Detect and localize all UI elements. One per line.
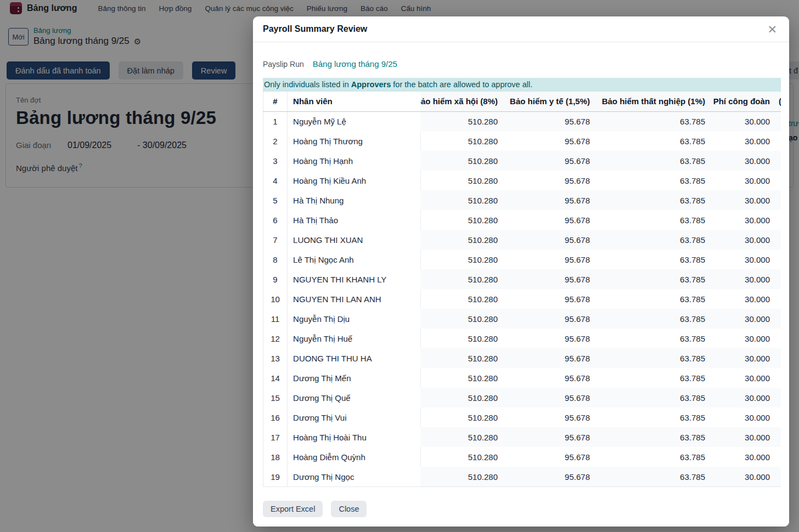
amount-cell	[770, 190, 781, 210]
amount-cell: 63.785	[590, 131, 705, 151]
employee-name: Hà Thị Thảo	[288, 210, 420, 230]
column-header: Bảo hiểm xã hội (8%)	[420, 92, 498, 111]
table-row: 510.28095.67863.78530.000	[420, 348, 781, 368]
employee-name: Nguyễn Thị Huế	[288, 329, 420, 348]
payslip-run-link[interactable]: Bảng lương tháng 9/25	[313, 59, 397, 69]
amount-cell: 510.280	[420, 348, 498, 368]
amount-cell: 63.785	[590, 190, 705, 210]
amount-cell: 510.280	[420, 190, 498, 210]
amount-cell: 63.785	[590, 210, 705, 230]
amount-cell: 510.280	[420, 171, 498, 190]
amount-cell: 510.280	[420, 408, 498, 427]
table-row: 510.28095.67863.78530.000	[420, 111, 781, 131]
amount-cell	[770, 250, 781, 269]
banner-bold-text: Approvers	[351, 80, 391, 89]
amount-cell: 510.280	[420, 467, 498, 486]
row-index: 11	[263, 309, 288, 329]
employee-name: Nguyễn Thị Dịu	[288, 309, 420, 329]
amount-cell: 95.678	[498, 131, 590, 151]
column-header: Phí công đoàn	[705, 92, 770, 111]
banner-text: for the batch are allowed to approve all…	[391, 80, 532, 89]
amount-cell: 95.678	[498, 111, 590, 131]
amount-cell: 30.000	[705, 111, 770, 131]
amount-cell: 30.000	[705, 309, 770, 329]
amount-cell	[770, 427, 781, 447]
table-row: 510.28095.67863.78530.000	[420, 190, 781, 210]
row-index: 6	[263, 210, 288, 230]
amount-cell: 95.678	[498, 171, 590, 190]
amount-cell: 63.785	[590, 309, 705, 329]
amount-cell: 30.000	[705, 151, 770, 171]
table-row: 8Lê Thị Ngọc Anh	[263, 250, 421, 269]
table-row: 510.28095.67863.78530.000	[420, 388, 781, 408]
amount-cell: 95.678	[498, 388, 590, 408]
export-excel-button[interactable]: Export Excel	[263, 501, 323, 517]
row-index: 19	[263, 467, 288, 486]
row-index: 8	[263, 250, 288, 269]
table-row: 510.28095.67863.78530.000	[420, 230, 781, 250]
table-row: 11Nguyễn Thị Dịu	[263, 309, 421, 329]
amount-cell: 30.000	[705, 388, 770, 408]
amount-cell: 95.678	[498, 190, 590, 210]
employee-name: Hoàng Diễm Quỳnh	[288, 447, 420, 467]
table-row: 16Dương Thị Vui	[263, 408, 421, 427]
amount-cell	[770, 151, 781, 171]
amount-cell: 30.000	[705, 230, 770, 250]
amount-cell: 510.280	[420, 151, 498, 171]
table-row: 15Dương Thị Quế	[263, 388, 421, 408]
amount-cell: 95.678	[498, 250, 590, 269]
payslip-run-label: Payslip Run	[263, 60, 304, 69]
column-header: Nhân viên	[288, 92, 420, 111]
amount-cell: 30.000	[705, 467, 770, 486]
amount-cell	[770, 131, 781, 151]
amount-cell: 510.280	[420, 289, 498, 309]
employee-name: Hoàng Thị Thương	[288, 131, 420, 151]
employee-name: NGUYEN THI KHANH LY	[288, 269, 420, 289]
column-header: #	[263, 92, 288, 111]
employee-name: Dương Thị Vui	[288, 408, 420, 427]
modal-body: Payslip Run Bảng lương tháng 9/25 Only i…	[253, 59, 789, 487]
employee-name: Hoàng Thị Hoài Thu	[288, 427, 420, 447]
employee-name: Dương Thị Mến	[288, 368, 420, 388]
table-scroll-area[interactable]: Bảo hiểm xã hội (8%)Bảo hiểm y tế (1,5%)…	[420, 92, 781, 486]
amount-cell	[770, 171, 781, 190]
amount-cell: 95.678	[498, 447, 590, 467]
approvers-info-banner: Only individuals listed in Approvers for…	[263, 78, 781, 92]
table-row: 5Hà Thị Nhung	[263, 190, 421, 210]
amount-cell: 510.280	[420, 388, 498, 408]
amount-cell: 95.678	[498, 230, 590, 250]
column-header: (	[770, 92, 781, 111]
amount-cell	[770, 467, 781, 486]
table-row: 6Hà Thị Thảo	[263, 210, 421, 230]
employee-name: Hoàng Thị Hạnh	[288, 151, 420, 171]
amount-cell: 95.678	[498, 467, 590, 486]
row-index: 12	[263, 329, 288, 348]
amount-cell	[770, 388, 781, 408]
amount-cell	[770, 447, 781, 467]
amount-cell	[770, 230, 781, 250]
table-bottom-border	[263, 486, 781, 487]
amount-cell: 63.785	[590, 171, 705, 190]
table-row: 14Dương Thị Mến	[263, 368, 421, 388]
table-row: 7LUONG THI XUAN	[263, 230, 421, 250]
payroll-summary-table: #Nhân viên 1Nguyễn Mỹ Lệ2Hoàng Thị Thươn…	[263, 92, 781, 486]
amount-cell	[770, 289, 781, 309]
close-button[interactable]: Close	[331, 501, 367, 517]
amount-cell: 63.785	[590, 408, 705, 427]
amount-cell	[770, 408, 781, 427]
amount-cell	[770, 269, 781, 289]
employee-name: Hoàng Thị Kiều Anh	[288, 171, 420, 190]
amount-cell: 95.678	[498, 269, 590, 289]
amount-cell	[770, 348, 781, 368]
table-row: 9NGUYEN THI KHANH LY	[263, 269, 421, 289]
table-row: 4Hoàng Thị Kiều Anh	[263, 171, 421, 190]
row-index: 4	[263, 171, 288, 190]
amount-cell: 63.785	[590, 250, 705, 269]
row-index: 5	[263, 190, 288, 210]
table-row: 510.28095.67863.78530.000	[420, 131, 781, 151]
table-row: 510.28095.67863.78530.000	[420, 309, 781, 329]
amount-cell: 95.678	[498, 210, 590, 230]
amount-cell: 95.678	[498, 289, 590, 309]
close-icon[interactable]: ✕	[767, 24, 777, 35]
amount-cell: 63.785	[590, 269, 705, 289]
